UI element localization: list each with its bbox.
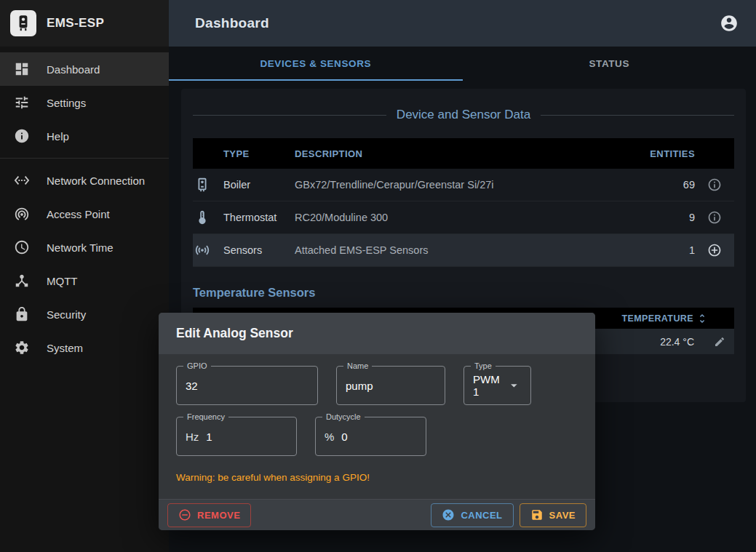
gpio-input[interactable] <box>186 380 309 392</box>
remove-button[interactable]: REMOVE <box>167 503 251 527</box>
edit-analog-sensor-dialog: Edit Analog Sensor GPIO Name Type PWM 1 <box>159 313 595 530</box>
ems-esp-logo <box>10 10 36 36</box>
section-title-divider: Device and Sensor Data <box>193 108 734 122</box>
sidebar-item-network-connection[interactable]: Network Connection <box>0 164 169 197</box>
col-header-temperature: TEMPERATURE <box>621 313 693 324</box>
device-type: Thermostat <box>223 212 295 223</box>
device-description: Attached EMS-ESP Sensors <box>295 244 629 256</box>
device-table-header: TYPE DESCRIPTION ENTITIES <box>193 138 734 169</box>
table-row-thermostat[interactable]: Thermostat RC20/Moduline 300 9 <box>193 201 734 234</box>
sidebar-item-mqtt[interactable]: MQTT <box>0 264 169 297</box>
col-header-description: DESCRIPTION <box>295 148 629 159</box>
add-circle-outline-icon[interactable] <box>707 243 722 257</box>
temperature-sensors-heading: Temperature Sensors <box>193 286 734 300</box>
sidebar-item-settings[interactable]: Settings <box>0 86 169 119</box>
type-value: PWM 1 <box>473 373 506 398</box>
sidebar-divider <box>0 158 169 159</box>
sensors-icon <box>194 242 210 258</box>
sort-unfold-icon <box>696 313 708 324</box>
tab-devices-sensors[interactable]: DEVICES & SENSORS <box>169 47 463 81</box>
remove-circle-icon <box>178 508 191 521</box>
tab-status[interactable]: STATUS <box>463 47 756 81</box>
sidebar-nav: Dashboard Settings Help Network Connecti… <box>0 47 169 364</box>
type-select[interactable]: Type PWM 1 <box>463 366 531 405</box>
info-icon <box>14 128 30 144</box>
edit-pencil-icon[interactable] <box>714 336 725 348</box>
dialog-content: GPIO Name Type PWM 1 Frequency Hz <box>159 354 595 499</box>
save-button[interactable]: SAVE <box>520 503 586 527</box>
boiler-icon <box>194 177 210 193</box>
gpio-label: GPIO <box>183 361 211 371</box>
tab-indicator <box>169 79 463 81</box>
device-table: TYPE DESCRIPTION ENTITIES Boiler GBx72/T… <box>193 138 734 267</box>
col-header-type: TYPE <box>223 148 295 159</box>
sidebar-item-label: Help <box>47 130 69 143</box>
sidebar: EMS-ESP Dashboard Settings Help Network … <box>0 0 169 552</box>
sidebar-item-network-time[interactable]: Network Time <box>0 231 169 264</box>
tab-label: STATUS <box>589 58 629 69</box>
sidebar-item-help[interactable]: Help <box>0 119 169 153</box>
sidebar-item-label: Dashboard <box>47 63 100 76</box>
chevron-down-icon <box>506 377 522 393</box>
account-circle-icon <box>720 14 739 33</box>
sidebar-item-label: Access Point <box>47 208 110 220</box>
sidebar-item-label: Network Connection <box>47 175 145 187</box>
brand-name: EMS-ESP <box>47 16 104 31</box>
dutycycle-unit: % <box>325 431 334 443</box>
tabs: DEVICES & SENSORS STATUS <box>169 47 756 81</box>
ethernet-icon <box>14 172 30 188</box>
gpio-field[interactable]: GPIO <box>176 366 318 405</box>
sidebar-item-dashboard[interactable]: Dashboard <box>0 52 169 86</box>
sidebar-item-label: System <box>47 342 83 354</box>
save-floppy-icon <box>530 508 544 521</box>
sidebar-item-label: Network Time <box>47 241 114 254</box>
frequency-unit: Hz <box>186 431 199 443</box>
frequency-field[interactable]: Frequency Hz <box>176 417 297 456</box>
dialog-title: Edit Analog Sensor <box>159 313 595 354</box>
name-input[interactable] <box>346 380 436 392</box>
device-hub-icon <box>14 273 30 289</box>
save-button-label: SAVE <box>549 510 576 521</box>
cancel-button-label: CANCEL <box>461 510 502 521</box>
boiler-logo-icon <box>14 14 33 33</box>
app-bar: Dashboard <box>169 0 756 47</box>
name-label: Name <box>343 361 372 371</box>
dutycycle-label: Dutycycle <box>322 412 365 422</box>
sidebar-item-system[interactable]: System <box>0 331 169 364</box>
gpio-warning-text: Warning: be careful when assigning a GPI… <box>176 472 578 483</box>
frequency-input[interactable] <box>206 431 287 443</box>
device-entities: 1 <box>629 244 695 256</box>
name-field[interactable]: Name <box>336 366 445 405</box>
page-title: Dashboard <box>195 15 269 31</box>
table-row-boiler[interactable]: Boiler GBx72/Trendline/Cerapur/Greenstar… <box>193 169 734 201</box>
device-type: Boiler <box>223 179 295 191</box>
cancel-button[interactable]: CANCEL <box>431 503 513 527</box>
device-type: Sensors <box>223 244 295 256</box>
info-outline-icon[interactable] <box>707 177 722 192</box>
table-row-sensors[interactable]: Sensors Attached EMS-ESP Sensors 1 <box>193 234 734 267</box>
remove-button-label: REMOVE <box>197 510 240 521</box>
sidebar-header: EMS-ESP <box>0 0 169 47</box>
lock-icon <box>14 306 30 322</box>
sidebar-item-label: Settings <box>47 97 86 109</box>
sidebar-item-access-point[interactable]: Access Point <box>0 197 169 231</box>
col-header-entities: ENTITIES <box>629 148 695 159</box>
sidebar-item-label: Security <box>47 308 86 321</box>
wifi-tethering-icon <box>14 206 30 222</box>
temperature-value: 22.4 °C <box>660 336 694 348</box>
dashboard-icon <box>14 61 30 77</box>
frequency-label: Frequency <box>183 412 228 422</box>
dutycycle-field[interactable]: Dutycycle % <box>315 417 426 456</box>
device-entities: 9 <box>629 212 695 223</box>
screen: EMS-ESP Dashboard Settings Help Network … <box>0 0 756 552</box>
account-button[interactable] <box>717 11 741 36</box>
device-entities: 69 <box>629 179 695 191</box>
dutycycle-input[interactable] <box>341 431 417 443</box>
info-outline-icon[interactable] <box>707 210 722 225</box>
device-description: GBx72/Trendline/Cerapur/Greenstar Si/27i <box>295 179 629 191</box>
sidebar-item-label: MQTT <box>47 275 78 287</box>
tab-label: DEVICES & SENSORS <box>260 58 371 69</box>
section-title: Device and Sensor Data <box>397 108 530 122</box>
thermostat-icon <box>194 209 210 225</box>
sidebar-item-security[interactable]: Security <box>0 297 169 331</box>
